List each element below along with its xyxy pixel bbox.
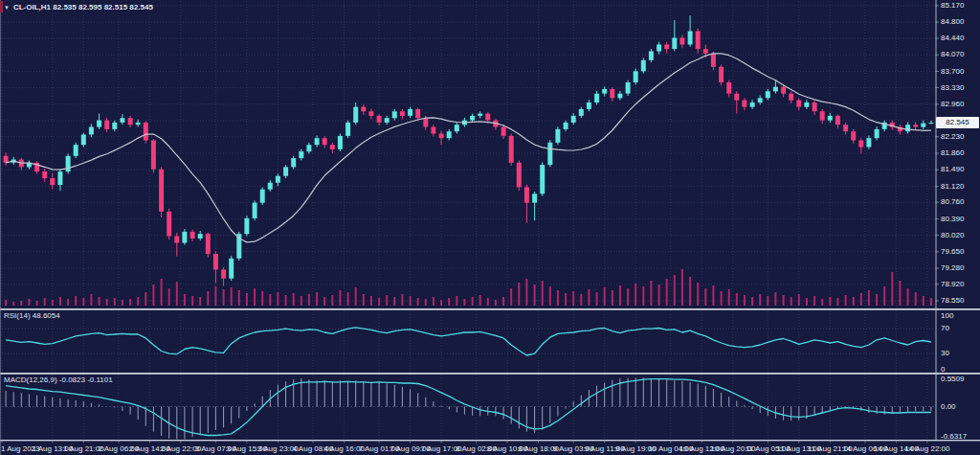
macd-indicator-label: MACD(12,26,9) -0.0823 -0.1101 — [4, 375, 113, 385]
price-axis-label: 82.230 — [941, 132, 965, 141]
macd-signal-line — [6, 379, 931, 436]
rsi-line — [6, 328, 931, 355]
symbol-dropdown-icon[interactable]: ▼ — [4, 3, 10, 12]
rsi-axis-label: 30 — [941, 349, 949, 357]
price-axis-label: 78.920 — [941, 280, 965, 288]
price-axis-label: 84.440 — [941, 34, 965, 42]
price-axis-label: 79.280 — [941, 263, 965, 272]
chart-title: ▼ CL-OIL,H1 82.535 82.595 82.515 82.545 — [4, 3, 153, 12]
price-axis-label: 79.650 — [941, 247, 965, 256]
rsi-axis-label: 0 — [941, 365, 946, 374]
price-axis-label: 82.960 — [941, 100, 965, 108]
panel-separators — [0, 0, 980, 455]
price-axis-label: 85.170 — [941, 1, 965, 10]
price-axis-label: 81.490 — [941, 165, 965, 173]
price-axis-label: 84.070 — [941, 50, 965, 58]
macd-axis-label: 0.00 — [941, 402, 956, 411]
price-axis-label: 81.120 — [941, 182, 965, 191]
window-edge-accent — [0, 1, 3, 12]
price-axis-label: 81.860 — [941, 148, 965, 157]
time-axis[interactable]: 1 Aug 20231 Aug 13:001 Aug 21:002 Aug 06… — [1, 441, 950, 453]
macd-axis-label: -0.6317 — [941, 432, 968, 441]
candles-layer — [4, 15, 934, 285]
macd-axis-label: 0.5509 — [941, 375, 965, 383]
time-axis-label: 14 Aug 22:00 — [904, 444, 950, 453]
rsi-indicator-label: RSI(14) 48.6054 — [4, 311, 60, 321]
ma-line — [6, 54, 931, 242]
chart-canvas[interactable]: 85.17084.80084.44084.07083.70083.33082.9… — [0, 0, 980, 455]
current-price-tag: 82.545 — [936, 117, 979, 128]
price-axis-label: 80.760 — [941, 197, 965, 206]
macd-axis: 0.55090.00-0.6317 — [941, 375, 968, 441]
price-axis[interactable]: 85.17084.80084.44084.07083.70083.33082.9… — [936, 1, 966, 305]
trading-chart-window: 85.17084.80084.44084.07083.70083.33082.9… — [0, 0, 980, 455]
rsi-axis-label: 70 — [941, 324, 949, 332]
price-axis-label: 78.550 — [941, 296, 965, 305]
price-axis-label: 84.800 — [941, 17, 965, 26]
price-axis-label: 80.020 — [941, 231, 965, 239]
price-axis-label: 80.390 — [941, 215, 965, 223]
chart-title-text: CL-OIL,H1 82.535 82.595 82.515 82.545 — [13, 3, 153, 12]
price-axis-label: 83.330 — [941, 83, 965, 92]
volume-layer — [5, 269, 932, 306]
rsi-axis-label: 100 — [941, 311, 954, 320]
rsi-axis: 10070300 — [941, 311, 954, 374]
price-axis-label: 83.700 — [941, 67, 965, 76]
